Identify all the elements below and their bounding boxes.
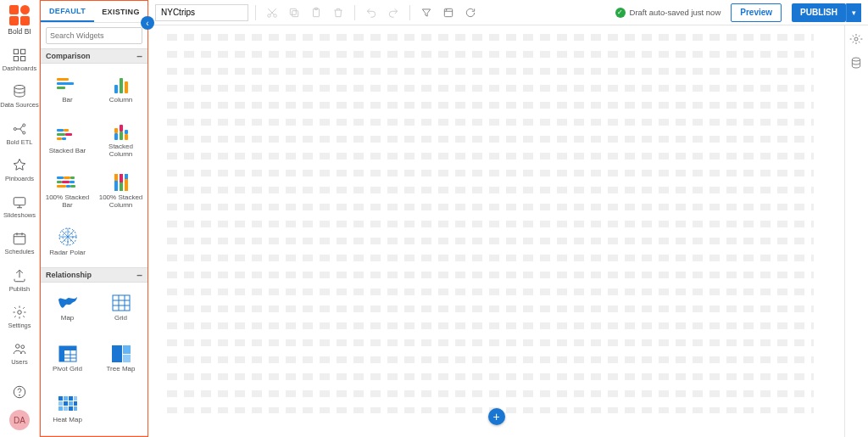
delete-button[interactable] xyxy=(329,3,348,22)
widget-bar[interactable]: Bar xyxy=(41,64,94,115)
svg-point-10 xyxy=(18,311,22,315)
group-header-comparison[interactable]: Comparison – xyxy=(41,48,147,64)
svg-rect-30 xyxy=(64,401,68,406)
radar-icon xyxy=(58,227,78,247)
svg-rect-39 xyxy=(292,10,298,16)
brand-logo[interactable] xyxy=(9,5,30,25)
copy-icon xyxy=(288,7,300,19)
nav-users[interactable]: Users xyxy=(0,336,39,373)
svg-rect-9 xyxy=(14,234,25,244)
trash-icon xyxy=(332,7,344,19)
cut-icon xyxy=(266,7,278,19)
widget-tree-map[interactable]: Tree Map xyxy=(94,333,147,384)
nav-data-sources[interactable]: Data Sources xyxy=(0,79,39,115)
widget-heat-map[interactable]: Heat Map xyxy=(41,384,94,435)
widget-map[interactable]: Map xyxy=(41,283,94,333)
svg-rect-2 xyxy=(14,57,18,61)
svg-rect-0 xyxy=(14,49,18,53)
data-button[interactable] xyxy=(849,56,865,71)
panel-scroll[interactable]: Comparison – Bar xyxy=(41,48,147,436)
svg-rect-1 xyxy=(21,49,25,53)
save-status: Draft auto-saved just now xyxy=(615,8,721,18)
help-icon xyxy=(12,384,27,400)
svg-rect-21 xyxy=(59,346,64,361)
heatmap-icon xyxy=(58,396,77,413)
user-avatar[interactable]: DA xyxy=(9,410,30,430)
topbar: Draft auto-saved just now Preview PUBLIS… xyxy=(148,0,868,25)
refresh-icon xyxy=(465,7,476,19)
nav-dashboards[interactable]: Dashboards xyxy=(0,42,39,79)
widget-radar-polar[interactable]: Radar Polar xyxy=(41,216,94,267)
check-icon xyxy=(615,8,626,18)
tab-default[interactable]: DEFAULT xyxy=(41,1,94,22)
svg-point-12 xyxy=(21,345,25,349)
widget-grid[interactable]: Grid xyxy=(94,283,147,333)
preview-button[interactable]: Preview xyxy=(731,3,782,22)
theme-button[interactable] xyxy=(439,3,458,22)
paste-icon xyxy=(310,7,322,19)
svg-point-44 xyxy=(446,9,447,10)
publish-dropdown[interactable]: ▾ xyxy=(846,3,861,22)
svg-rect-22 xyxy=(112,345,122,362)
canvas-grid xyxy=(160,34,814,413)
svg-rect-34 xyxy=(64,406,68,411)
dashboards-icon xyxy=(12,48,27,63)
svg-rect-18 xyxy=(113,295,130,311)
collapse-icon: – xyxy=(136,269,142,281)
widget-100-stacked-column[interactable]: 100% Stacked Column xyxy=(94,165,147,216)
svg-rect-33 xyxy=(58,406,63,411)
svg-point-45 xyxy=(854,37,858,41)
panel-tabs: DEFAULT EXISTING xyxy=(41,1,147,23)
group-header-relationship[interactable]: Relationship – xyxy=(41,267,147,283)
publish-button[interactable]: PUBLISH xyxy=(792,3,846,22)
svg-point-14 xyxy=(19,395,20,395)
svg-point-6 xyxy=(23,124,25,126)
refresh-button[interactable] xyxy=(461,3,480,22)
svg-rect-36 xyxy=(74,406,77,411)
nav-slideshows[interactable]: Slideshows xyxy=(0,189,39,226)
left-nav: Bold BI Dashboards Data Sources Bold ETL… xyxy=(0,0,40,437)
panel-collapse-button[interactable]: ‹ xyxy=(141,16,154,30)
svg-rect-26 xyxy=(64,396,68,401)
paste-button[interactable] xyxy=(307,3,326,22)
cut-button[interactable] xyxy=(263,3,281,22)
map-icon xyxy=(57,294,79,311)
nav-publish[interactable]: Publish xyxy=(0,263,39,300)
brand-name: Bold BI xyxy=(8,27,31,36)
copy-button[interactable] xyxy=(285,3,303,22)
nav-settings[interactable]: Settings xyxy=(0,300,39,336)
widget-search[interactable] xyxy=(46,27,142,44)
svg-point-46 xyxy=(852,58,860,61)
filter-button[interactable] xyxy=(417,3,436,22)
undo-button[interactable] xyxy=(362,3,381,22)
redo-button[interactable] xyxy=(384,3,403,22)
svg-rect-23 xyxy=(123,345,131,354)
nav-pinboards[interactable]: Pinboards xyxy=(0,153,39,189)
widget-100-stacked-bar[interactable]: 100% Stacked Bar xyxy=(41,165,94,216)
svg-rect-24 xyxy=(123,355,131,362)
svg-rect-43 xyxy=(444,8,452,16)
svg-rect-28 xyxy=(74,396,77,401)
tab-existing[interactable]: EXISTING xyxy=(94,1,147,22)
widget-search-input[interactable] xyxy=(50,31,145,40)
pin-icon xyxy=(12,158,27,173)
nav-schedules[interactable]: Schedules xyxy=(0,226,39,262)
group-header-card[interactable]: Card – xyxy=(41,435,147,436)
design-canvas[interactable]: + xyxy=(148,25,844,437)
svg-rect-35 xyxy=(69,406,73,411)
nav-help[interactable] xyxy=(0,381,39,403)
dashboard-title-input[interactable] xyxy=(155,4,248,21)
add-widget-fab[interactable]: + xyxy=(488,408,505,425)
properties-button[interactable] xyxy=(849,32,865,48)
widget-panel: DEFAULT EXISTING ‹ Comparison – xyxy=(40,0,148,437)
svg-point-5 xyxy=(14,127,16,130)
undo-icon xyxy=(365,7,377,19)
widget-stacked-bar[interactable]: Stacked Bar xyxy=(41,115,94,165)
svg-point-11 xyxy=(16,345,20,349)
widget-stacked-column[interactable]: Stacked Column xyxy=(94,115,147,165)
filter-icon xyxy=(420,7,432,19)
svg-rect-27 xyxy=(69,396,73,401)
widget-column[interactable]: Column xyxy=(94,64,147,115)
widget-pivot-grid[interactable]: Pivot Grid xyxy=(41,333,94,384)
nav-bold-etl[interactable]: Bold ETL xyxy=(0,116,39,153)
